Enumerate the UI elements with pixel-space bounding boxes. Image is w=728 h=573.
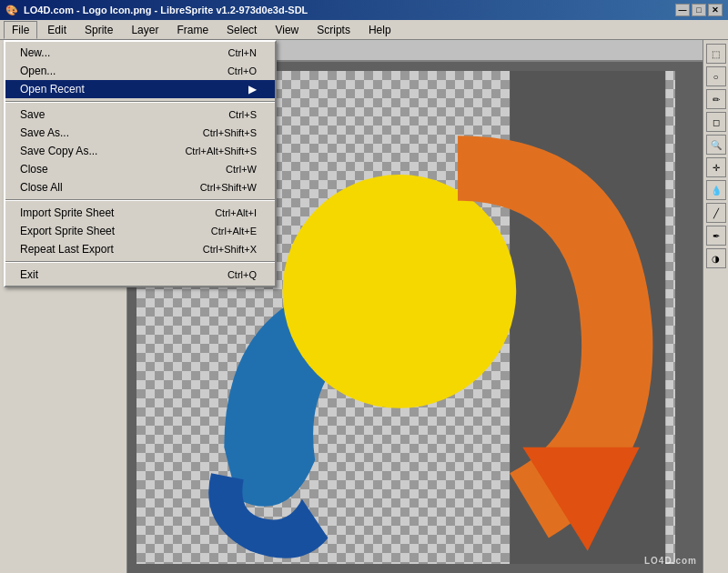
menu-save-copy[interactable]: Save Copy As... Ctrl+Alt+Shift+S [5, 142, 275, 160]
menu-open[interactable]: Open... Ctrl+O [5, 62, 275, 80]
menu-repeat-export-label: Repeat Last Export [20, 243, 114, 256]
right-toolbar: ⬚ ○ ✏ ◻ 🔍 ✛ 💧 ╱ ✒ ◑ [703, 40, 728, 573]
title-bar-text: LO4D.com - Logo Icon.png - LibreSprite v… [24, 5, 308, 15]
menu-save-copy-label: Save Copy As... [20, 145, 97, 157]
submenu-arrow-icon: ▶ [248, 83, 257, 96]
separator-1 [5, 101, 275, 103]
svg-point-1 [283, 175, 517, 408]
menu-new[interactable]: New... Ctrl+N [5, 44, 275, 62]
menu-import-label: Import Sprite Sheet [20, 206, 114, 219]
menu-repeat-export-shortcut: Ctrl+Shift+X [203, 244, 257, 255]
file-dropdown-menu: New... Ctrl+N Open... Ctrl+O Open Recent… [4, 40, 277, 287]
menu-scripts[interactable]: Scripts [308, 21, 359, 39]
menu-open-label: Open... [20, 65, 56, 77]
menu-view[interactable]: View [267, 21, 307, 39]
title-bar-controls: — □ ✕ [675, 4, 723, 16]
menu-close-shortcut: Ctrl+W [226, 164, 257, 175]
menu-import-shortcut: Ctrl+Alt+I [215, 207, 257, 218]
menu-close[interactable]: Close Ctrl+W [5, 160, 275, 178]
menu-new-shortcut: Ctrl+N [228, 47, 257, 58]
title-bar-left: 🎨 LO4D.com - Logo Icon.png - LibreSprite… [5, 5, 308, 16]
minimize-button[interactable]: — [675, 4, 690, 16]
menu-save-as[interactable]: Save As... Ctrl+Shift+S [5, 124, 275, 142]
menu-export-label: Export Sprite Sheet [20, 225, 115, 237]
separator-2 [5, 199, 275, 201]
menu-repeat-export[interactable]: Repeat Last Export Ctrl+Shift+X [5, 240, 275, 258]
close-button[interactable]: ✕ [708, 4, 723, 16]
menu-save-shortcut: Ctrl+S [228, 109, 257, 120]
menu-close-all-shortcut: Ctrl+Shift+W [200, 182, 257, 193]
separator-3 [5, 261, 275, 263]
menu-exit-shortcut: Ctrl+Q [228, 269, 257, 280]
menu-bar: File Edit Sprite Layer Frame Select View… [0, 20, 728, 40]
menu-frame[interactable]: Frame [168, 21, 217, 39]
maximize-button[interactable]: □ [692, 4, 706, 16]
menu-import-sprite[interactable]: Import Sprite Sheet Ctrl+Alt+I [5, 204, 275, 222]
menu-save[interactable]: Save Ctrl+S [5, 106, 275, 124]
menu-select[interactable]: Select [218, 21, 265, 39]
tool-pencil[interactable]: ✏ [706, 89, 726, 109]
tool-line[interactable]: ╱ [706, 203, 726, 223]
menu-new-label: New... [20, 46, 50, 59]
menu-exit-label: Exit [20, 268, 38, 281]
menu-export-sprite[interactable]: Export Sprite Sheet Ctrl+Alt+E [5, 222, 275, 240]
menu-open-recent[interactable]: Open Recent ▶ [5, 80, 275, 98]
menu-layer[interactable]: Layer [123, 21, 167, 39]
menu-export-shortcut: Ctrl+Alt+E [211, 226, 257, 236]
tool-contour[interactable]: ◑ [706, 248, 726, 268]
tool-marquee[interactable]: ⬚ [706, 44, 726, 64]
menu-save-as-shortcut: Ctrl+Shift+S [203, 127, 257, 138]
menu-exit[interactable]: Exit Ctrl+Q [5, 266, 275, 284]
menu-open-recent-label: Open Recent [20, 83, 85, 96]
menu-open-shortcut: Ctrl+O [228, 65, 257, 76]
tool-pen[interactable]: ✒ [706, 226, 726, 246]
menu-edit[interactable]: Edit [39, 21, 75, 39]
tool-move[interactable]: ✛ [706, 157, 726, 177]
menu-file[interactable]: File [4, 21, 37, 39]
menu-close-all[interactable]: Close All Ctrl+Shift+W [5, 178, 275, 196]
menu-close-label: Close [20, 163, 48, 176]
menu-save-copy-shortcut: Ctrl+Alt+Shift+S [185, 146, 257, 156]
menu-save-label: Save [20, 108, 45, 121]
menu-sprite[interactable]: Sprite [76, 21, 121, 39]
title-bar: 🎨 LO4D.com - Logo Icon.png - LibreSprite… [0, 0, 728, 20]
tool-lasso[interactable]: ○ [706, 66, 726, 86]
tool-eraser[interactable]: ◻ [706, 112, 726, 132]
app-icon: 🎨 [5, 5, 18, 16]
tool-fill[interactable]: 💧 [706, 180, 726, 200]
menu-save-as-label: Save As... [20, 126, 69, 139]
tool-zoom[interactable]: 🔍 [706, 135, 726, 155]
menu-close-all-label: Close All [20, 181, 63, 194]
menu-help[interactable]: Help [360, 21, 399, 39]
